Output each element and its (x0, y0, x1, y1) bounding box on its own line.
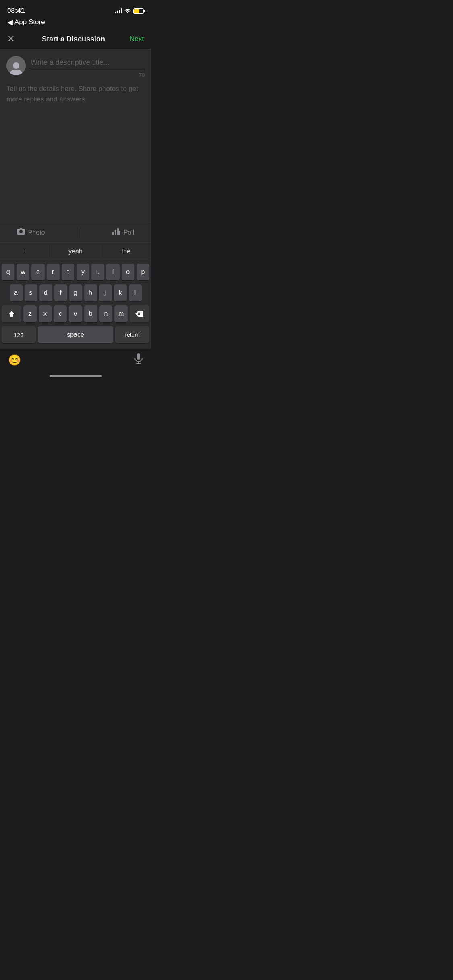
bottom-bar: 😊 (0, 349, 151, 370)
back-chevron-icon: ◀ (7, 18, 13, 27)
key-h[interactable]: h (84, 284, 97, 301)
char-count: 70 (31, 70, 145, 78)
body-placeholder[interactable]: Tell us the details here. Share photos t… (6, 84, 145, 109)
title-placeholder: Write a descriptive title... (31, 58, 145, 70)
key-c[interactable]: c (54, 305, 67, 322)
predictive-item-2[interactable]: yeah (50, 245, 101, 258)
camera-icon (17, 228, 25, 237)
key-w[interactable]: w (17, 264, 29, 280)
predictive-text-bar: I yeah the (0, 243, 151, 260)
predictive-item-3[interactable]: the (101, 245, 151, 258)
key-m[interactable]: m (114, 305, 128, 322)
predictive-item-1[interactable]: I (0, 245, 50, 258)
key-o[interactable]: o (122, 264, 134, 280)
battery-icon: ⚡ (133, 8, 144, 14)
poll-label: Poll (124, 229, 134, 236)
return-key[interactable]: return (115, 326, 149, 343)
shift-key[interactable] (2, 305, 21, 322)
keyboard: q w e r t y u i o p a s d f g h j k l z … (0, 260, 151, 349)
status-icons: ⚡ (115, 8, 144, 14)
toolbar-divider (79, 226, 79, 239)
key-l[interactable]: l (129, 284, 142, 301)
home-indicator (0, 370, 151, 382)
keyboard-row-3: z x c v b n m (2, 305, 149, 322)
key-q[interactable]: q (2, 264, 14, 280)
key-z[interactable]: z (23, 305, 37, 322)
key-t[interactable]: t (62, 264, 74, 280)
svg-rect-3 (117, 228, 119, 235)
numbers-key[interactable]: 123 (2, 326, 36, 343)
photo-label: Photo (28, 229, 45, 236)
back-label: App Store (14, 18, 45, 26)
toolbar: Photo Poll (0, 222, 151, 243)
key-y[interactable]: y (77, 264, 89, 280)
key-r[interactable]: r (47, 264, 60, 280)
key-x[interactable]: x (39, 305, 52, 322)
avatar (6, 56, 26, 75)
delete-key[interactable] (130, 305, 149, 322)
nav-bar: ✕ Start a Discussion Next (0, 29, 151, 49)
svg-rect-5 (137, 353, 140, 360)
key-k[interactable]: k (114, 284, 127, 301)
key-j[interactable]: j (99, 284, 112, 301)
home-bar (50, 375, 102, 377)
key-f[interactable]: f (54, 284, 67, 301)
svg-rect-4 (119, 231, 120, 235)
keyboard-row-2: a s d f g h j k l (2, 284, 149, 301)
key-u[interactable]: u (91, 264, 104, 280)
key-d[interactable]: d (39, 284, 52, 301)
title-input-area[interactable]: Write a descriptive title... 70 (31, 56, 145, 78)
key-a[interactable]: a (10, 284, 23, 301)
close-button[interactable]: ✕ (7, 34, 23, 44)
content-area: Write a descriptive title... 70 Tell us … (0, 49, 151, 222)
key-n[interactable]: n (99, 305, 113, 322)
svg-rect-2 (115, 230, 116, 235)
key-i[interactable]: i (106, 264, 119, 280)
keyboard-row-1: q w e r t y u i o p (2, 264, 149, 280)
next-button[interactable]: Next (124, 35, 144, 43)
key-e[interactable]: e (31, 264, 44, 280)
nav-title: Start a Discussion (23, 35, 124, 43)
status-time: 08:41 (7, 7, 25, 15)
signal-icon (115, 8, 122, 13)
wifi-icon (124, 8, 131, 14)
emoji-button[interactable]: 😊 (8, 354, 21, 366)
microphone-button[interactable] (134, 353, 143, 367)
status-bar: 08:41 ⚡ (0, 0, 151, 18)
key-g[interactable]: g (69, 284, 82, 301)
poll-icon (112, 228, 120, 237)
key-s[interactable]: s (25, 284, 37, 301)
svg-point-0 (13, 62, 19, 69)
keyboard-row-4: 123 space return (2, 326, 149, 343)
back-nav[interactable]: ◀ App Store (0, 18, 151, 29)
title-row: Write a descriptive title... 70 (6, 56, 145, 78)
svg-rect-1 (112, 232, 114, 235)
key-v[interactable]: v (69, 305, 82, 322)
poll-button[interactable]: Poll (112, 228, 134, 237)
key-b[interactable]: b (84, 305, 97, 322)
space-key[interactable]: space (38, 326, 114, 343)
photo-button[interactable]: Photo (17, 228, 45, 237)
key-p[interactable]: p (137, 264, 149, 280)
